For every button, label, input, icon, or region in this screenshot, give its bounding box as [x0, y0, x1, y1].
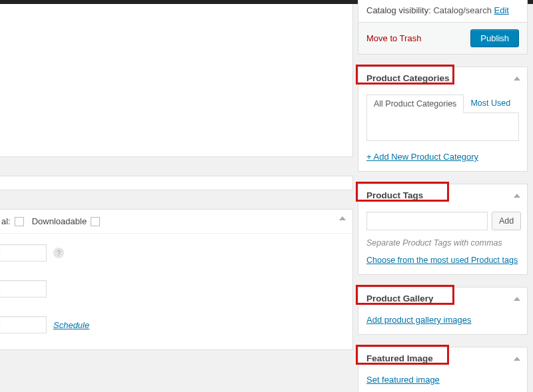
- catalog-visibility-value: Catalog/search: [433, 5, 491, 15]
- product-tags-title: Product Tags: [366, 190, 423, 200]
- featured-image-metabox: Featured Image Set featured image: [358, 347, 528, 392]
- product-categories-metabox: Product Categories All Product Categorie…: [358, 67, 528, 172]
- catalog-edit-link[interactable]: Edit: [494, 5, 509, 15]
- downloadable-label: Downloadable: [32, 216, 87, 226]
- product-data-metabox: al: Downloadable ? Schedule: [0, 209, 353, 350]
- tab-all-categories[interactable]: All Product Categories: [366, 95, 464, 113]
- virtual-partial-label: al:: [1, 216, 11, 226]
- short-description-bar[interactable]: [0, 176, 353, 190]
- main-editor-area[interactable]: [0, 4, 353, 157]
- product-gallery-metabox: Product Gallery Add product gallery imag…: [358, 287, 528, 335]
- featured-image-title: Featured Image: [366, 353, 433, 363]
- schedule-link[interactable]: Schedule: [53, 320, 89, 330]
- sale-dates-input[interactable]: [0, 316, 47, 333]
- regular-price-input[interactable]: [0, 244, 47, 262]
- collapse-icon[interactable]: [514, 77, 520, 81]
- category-checklist-panel[interactable]: [366, 113, 519, 141]
- sale-price-input[interactable]: [0, 280, 47, 297]
- add-tag-button[interactable]: Add: [492, 212, 521, 230]
- add-new-category-link[interactable]: + Add New Product Category: [366, 152, 478, 162]
- product-tags-metabox: Product Tags Add Separate Product Tags w…: [358, 184, 528, 275]
- product-gallery-title: Product Gallery: [366, 294, 434, 303]
- set-featured-image-link[interactable]: Set featured image: [366, 375, 440, 385]
- add-gallery-images-link[interactable]: Add product gallery images: [366, 315, 472, 325]
- choose-from-most-used-link[interactable]: Choose from the most used Product tags: [366, 256, 518, 265]
- product-categories-title: Product Categories: [366, 73, 450, 83]
- collapse-icon[interactable]: [514, 194, 520, 198]
- downloadable-checkbox[interactable]: [91, 217, 100, 226]
- tags-hint: Separate Product Tags with commas: [366, 238, 519, 248]
- tags-input[interactable]: [366, 212, 488, 230]
- catalog-visibility-label: Catalog visibility:: [366, 5, 431, 15]
- collapse-icon[interactable]: [514, 357, 520, 361]
- move-to-trash-link[interactable]: Move to Trash: [366, 33, 421, 43]
- collapse-icon[interactable]: [514, 297, 520, 301]
- help-icon[interactable]: ?: [53, 248, 64, 258]
- tab-most-used[interactable]: Most Used: [464, 95, 517, 112]
- publish-button[interactable]: Publish: [470, 29, 519, 47]
- virtual-checkbox[interactable]: [15, 217, 24, 226]
- collapse-icon[interactable]: [339, 216, 346, 220]
- publish-metabox: Catalog visibility: Catalog/search Edit …: [358, 0, 528, 55]
